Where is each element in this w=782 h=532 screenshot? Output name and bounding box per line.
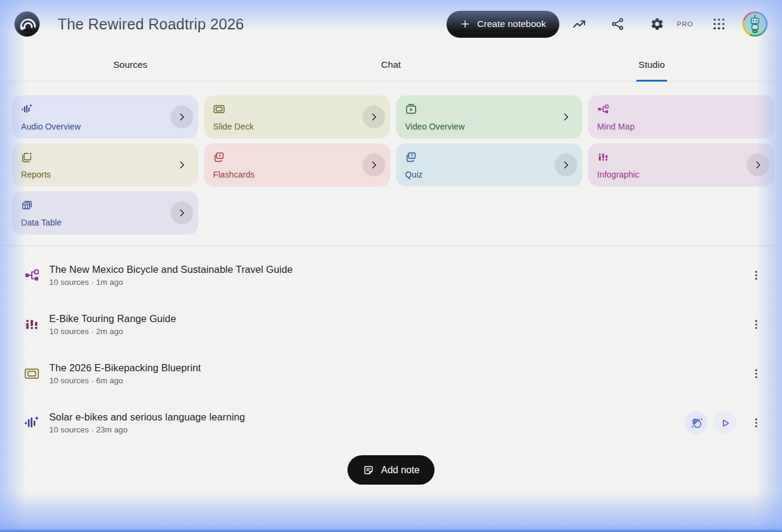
audio-overview-icon [24, 415, 40, 431]
studio-card-audio-overview[interactable]: Audio Overview [12, 95, 198, 139]
slide-deck-icon [213, 103, 225, 115]
studio-card-quiz[interactable]: Quiz [396, 143, 582, 187]
chevron-right-button[interactable] [555, 106, 577, 128]
card-label: Mind Map [597, 122, 766, 131]
header: The Rewired Roadtrip 2026 Create noteboo… [0, 0, 782, 48]
more-options-button[interactable] [746, 413, 766, 433]
add-note-button[interactable]: Add note [347, 455, 435, 485]
trending-up-icon [572, 17, 586, 31]
kebab-menu-icon [750, 416, 763, 429]
studio-card-slide-deck[interactable]: Slide Deck [204, 95, 390, 139]
share-button[interactable] [607, 14, 628, 34]
artifact-row[interactable]: The 2026 E-Bikepacking Blueprint 10 sour… [24, 349, 766, 398]
studio-card-video-overview[interactable]: Video Overview [396, 95, 582, 139]
artifact-text: The New Mexico Bicycle and Sustainable T… [49, 264, 293, 287]
artifact-text: Solar e-bikes and serious language learn… [49, 411, 245, 434]
add-note-container: Add note [0, 455, 782, 485]
card-label: Quiz [405, 170, 574, 179]
chevron-right-icon [176, 207, 188, 219]
slide-deck-icon [24, 366, 40, 381]
kebab-menu-icon [750, 367, 763, 380]
robot-avatar-icon [744, 13, 766, 35]
chevron-right-button[interactable] [170, 154, 193, 176]
video-overview-icon [405, 103, 417, 115]
data-table-icon [21, 199, 33, 211]
card-label: Video Overview [405, 122, 574, 131]
tab-sources[interactable]: Sources [0, 48, 260, 81]
play-audio-button[interactable] [714, 411, 736, 434]
artifact-actions [685, 411, 766, 434]
tab-chat[interactable]: Chat [260, 48, 521, 81]
card-label: Flashcards [213, 170, 382, 179]
artifact-row[interactable]: The New Mexico Bicycle and Sustainable T… [24, 251, 766, 300]
chevron-right-button[interactable] [362, 154, 385, 176]
chevron-right-icon [176, 111, 188, 123]
interactive-mode-button[interactable] [685, 411, 708, 434]
reports-icon [21, 151, 33, 163]
studio-card-infographic[interactable]: Infographic [588, 143, 774, 187]
tab-studio[interactable]: Studio [522, 48, 782, 81]
add-note-label: Add note [381, 465, 420, 476]
more-options-button[interactable] [746, 265, 766, 285]
flashcards-icon [213, 151, 225, 163]
studio-panel: Audio Overview Slide Deck Video Overview… [0, 82, 782, 485]
gear-icon [650, 17, 664, 31]
panel-tabs: Sources Chat Studio [0, 48, 782, 82]
artifact-title: E-Bike Touring Range Guide [49, 313, 176, 324]
infographic-icon [597, 151, 609, 163]
card-label: Infographic [597, 170, 766, 179]
notebooklm-logo[interactable] [14, 11, 40, 37]
chevron-right-button[interactable] [170, 106, 193, 128]
chevron-right-button[interactable] [747, 154, 769, 176]
chevron-right-icon [176, 159, 188, 171]
artifact-actions [742, 265, 766, 285]
artifact-row[interactable]: Solar e-bikes and serious language learn… [24, 398, 766, 447]
chevron-right-icon [560, 159, 572, 171]
studio-card-flashcards[interactable]: Flashcards [204, 143, 390, 187]
card-label: Audio Overview [21, 122, 190, 131]
artifact-title: Solar e-bikes and serious language learn… [49, 411, 245, 423]
avatar-image [744, 13, 766, 35]
chevron-right-button[interactable] [555, 154, 577, 176]
chevron-right-icon [752, 159, 764, 171]
artifact-meta: 10 sources · 6m ago [49, 376, 201, 385]
apps-grid-icon [712, 17, 726, 31]
audio-overview-icon [21, 103, 33, 115]
artifact-text: E-Bike Touring Range Guide 10 sources · … [49, 313, 176, 336]
artifact-row[interactable]: E-Bike Touring Range Guide 10 sources · … [24, 300, 766, 349]
waving-hand-icon [690, 417, 703, 429]
header-actions: Create notebook PRO [447, 11, 768, 38]
artifact-title: The New Mexico Bicycle and Sustainable T… [49, 264, 293, 275]
artifact-title: The 2026 E-Bikepacking Blueprint [49, 362, 201, 374]
quiz-icon [405, 151, 417, 163]
plus-icon [460, 19, 471, 29]
artifact-meta: 10 sources · 2m ago [49, 327, 176, 336]
studio-card-reports[interactable]: Reports [12, 143, 198, 187]
mind-map-icon [24, 267, 40, 283]
infographic-icon [24, 317, 40, 332]
notebooklm-app: The Rewired Roadtrip 2026 Create noteboo… [0, 0, 782, 532]
artifact-meta: 10 sources · 23m ago [49, 425, 245, 434]
chevron-right-icon [368, 159, 380, 171]
chevron-right-icon [368, 111, 380, 123]
kebab-menu-icon [750, 269, 763, 282]
more-options-button[interactable] [746, 363, 766, 384]
studio-card-data-table[interactable]: Data Table [12, 191, 198, 235]
artifact-list: The New Mexico Bicycle and Sustainable T… [0, 246, 782, 447]
artifact-actions [742, 314, 766, 335]
card-label: Slide Deck [213, 122, 382, 131]
google-apps-button[interactable] [709, 14, 729, 34]
share-icon [610, 17, 625, 31]
notebook-title[interactable]: The Rewired Roadtrip 2026 [58, 16, 244, 33]
mind-map-icon [597, 103, 609, 115]
analytics-button[interactable] [569, 14, 589, 34]
account-avatar[interactable] [742, 11, 768, 37]
create-notebook-button[interactable]: Create notebook [447, 11, 559, 38]
chevron-right-button[interactable] [170, 202, 193, 224]
more-options-button[interactable] [746, 314, 766, 335]
settings-button[interactable] [647, 14, 667, 34]
studio-card-mind-map[interactable]: Mind Map [588, 95, 774, 139]
chevron-right-button[interactable] [362, 106, 385, 128]
play-icon [719, 417, 732, 429]
artifact-text: The 2026 E-Bikepacking Blueprint 10 sour… [49, 362, 201, 385]
